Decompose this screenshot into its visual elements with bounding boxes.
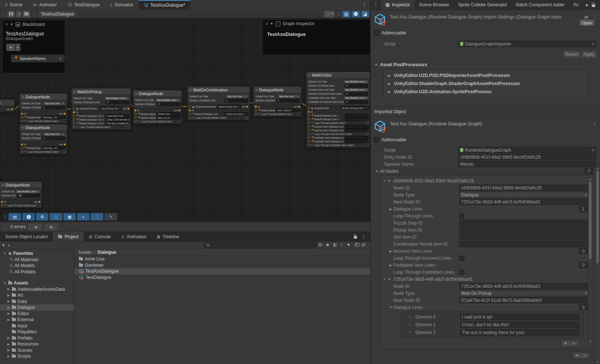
node-field[interactable]: 1 [224,99,248,102]
node-checkbox[interactable] [63,150,66,153]
chevron-down-icon[interactable]: ▼ [270,22,273,26]
input-port[interactable]: In [189,109,194,112]
chevron-right-icon[interactable]: ▶ [7,355,10,358]
output-port[interactable]: out [242,105,248,108]
port-dot-icon[interactable] [11,108,13,110]
file-item-testassdialogue[interactable]: {}TestAssDialogue [74,268,370,274]
row-field[interactable]: f22a475e-4c2f-41c6-9b73-6a83498abfe0 [459,297,589,303]
chevron-down-icon[interactable]: ▼ [388,277,391,281]
row-field[interactable]: c93b5606-401f-49a2-99b5-9ecbf1fa9c29 [458,154,596,160]
node-checkbox[interactable]: ✓ [366,132,369,135]
port-dot-icon[interactable] [308,136,310,139]
blackboard-panel[interactable]: = ▼ ▤ Blackboard TestAssDialogue (Dialog… [2,20,65,73]
chevron-right-icon[interactable]: ▶ [388,207,393,211]
port-dot-icon[interactable] [308,107,310,109]
chevron-right-icon[interactable]: ▶ [7,312,10,315]
tree-folder-data[interactable]: ▶Data [0,299,74,305]
tree-favorites[interactable]: ▼★Favorites [0,250,74,257]
output-port[interactable]: out [59,112,66,115]
revert-button[interactable]: Revert [563,51,580,58]
row-field[interactable]: c93b5606-401f-49a2-99b5-9ecbf1fa9c29 [459,185,589,191]
tree-item-all-models[interactable]: All Models [0,263,74,269]
chevron-right-icon[interactable]: ▶ [387,74,392,77]
graph-node-waitoncombination-5[interactable]: ≡WaitOnCombinationDefault Line TypeSay O… [187,86,250,121]
port-dot-icon[interactable] [308,133,310,135]
input-port[interactable]: In [308,111,313,113]
postprocessor-item[interactable]: ▶UnityEditor.ShaderGraph.ShaderGraphAsse… [384,80,587,88]
node-field[interactable]: 2 [157,102,180,106]
graph-node-dialoguenode-6[interactable]: ≡DialogueNodeDefault Line TypeSay One Li… [253,86,302,117]
add-node-button[interactable]: + [573,353,581,358]
port-dot-icon[interactable] [134,120,137,122]
node-type-dropdown[interactable]: Wait On Pickup▼ [459,290,589,296]
postprocessor-item[interactable]: ▶UnityEditor.U2D.PSD.PSDImporterAssetPos… [384,71,587,80]
port-dot-icon[interactable] [73,111,75,113]
tree-folder-dialogue[interactable]: ▶Dialogue [0,304,74,311]
port-dot-icon[interactable] [73,118,75,121]
node-checkbox[interactable]: ✓ [245,116,248,119]
node-title-bar[interactable]: ≡StartNode [0,100,14,106]
inspector-tab-batch-component-adder[interactable]: Batch Component Adder [511,0,569,10]
addressable-checkbox[interactable] [374,137,379,142]
row-checkbox[interactable] [459,256,464,261]
row-field[interactable] [459,227,589,233]
editor-tab-TestDialogue[interactable]: {}TestDialogue [62,0,105,10]
node-title-bar[interactable]: ≡DialogueNode [20,124,67,131]
port-dot-icon[interactable] [73,107,75,109]
asset-postprocessors-foldout[interactable]: ▼ Asset PostProcessors [371,59,600,69]
dialogue-line-field[interactable] [345,139,369,143]
breadcrumb-root[interactable]: Assets [78,250,91,255]
output-port[interactable]: out [34,200,40,203]
input-port[interactable]: In [255,105,260,108]
port-dot-icon[interactable] [39,201,40,203]
node-dropdown[interactable]: Say One Line▾ [278,95,300,98]
row-field[interactable]: Weirdo [458,161,596,167]
tools-button[interactable]: ⚙ [36,213,49,220]
output-port[interactable]: out [174,109,180,112]
count-field[interactable]: 0 [579,262,588,268]
dialogue-line-field[interactable]: I said pick it up! [106,114,129,118]
kebab-icon[interactable]: ⋮ [593,121,597,132]
scroll-up-icon[interactable]: ▲ [596,167,599,170]
node-field[interactable]: 1 [276,99,300,102]
node-checkbox[interactable] [366,144,369,146]
info-button[interactable]: i [22,213,35,220]
object-field[interactable]: Meat (Pickup Item Data)⊙ [217,105,241,108]
node-title-bar[interactable]: ≡WaitOnPickup [71,88,131,95]
port-dot-icon[interactable] [21,144,23,145]
node-field[interactable]: -55 [17,194,40,198]
blackboard-variable-speakername[interactable]: ❝ SpeakerName < [11,54,65,63]
dialogue-line-field[interactable] [345,125,369,128]
chevron-right-icon[interactable]: ▶ [387,90,392,94]
port-dot-icon[interactable] [246,106,248,108]
inspector-scrollbar[interactable]: ▲ ▼ [595,166,600,364]
toggle-blackboard-button[interactable]: ▤ [342,11,350,17]
element-field[interactable]: Cmon, don't be like this! [460,321,579,328]
port-dot-icon[interactable] [64,144,66,145]
dock-tab-timeline[interactable]: ▦Timeline [151,232,184,241]
postprocessor-item[interactable]: ▶UnityEditor.U2D.Animation.SpritePostPro… [384,88,587,96]
chevron-right-icon[interactable]: ▶ [7,287,10,291]
apply-button[interactable]: Apply [581,51,596,58]
port-dot-icon[interactable] [21,113,23,115]
node-field[interactable]: 1 [42,106,66,109]
scroll-down-icon[interactable]: ▼ [589,340,591,343]
graph-options-button[interactable]: ⋮▾ [324,11,335,17]
node-checkbox[interactable] [126,125,129,128]
row-checkbox[interactable] [459,270,464,275]
chevron-down-icon[interactable]: ▾ [8,244,10,247]
graph-node-dialoguenode-4[interactable]: ≡DialogueNodeDefault Line TypeSay Multip… [133,90,182,124]
count-field[interactable]: 3 [579,304,588,310]
next-error-button[interactable]: ▶ [45,223,58,230]
editor-tab-Scene[interactable]: #Scene [0,0,27,10]
port-dot-icon[interactable] [127,108,129,109]
remove-element-button[interactable]: − [570,340,578,346]
dialogue-line-field[interactable]: Now, go on.. [157,116,180,119]
object-field[interactable]: Ass (Pickup Item Data)⊙ [100,107,122,110]
node-dropdown[interactable]: Say Multiple Lines▾ [16,190,40,193]
editor-tab-Animator[interactable]: ≫Animator [27,0,62,10]
node-entry-header[interactable]: =▼7251e73e-38d3-44ff-a8c5-bcf54088aaf1 [381,276,593,283]
port-dot-icon[interactable] [64,113,66,115]
input-port[interactable]: In [73,111,78,114]
node-field[interactable]: 2 [345,100,369,104]
